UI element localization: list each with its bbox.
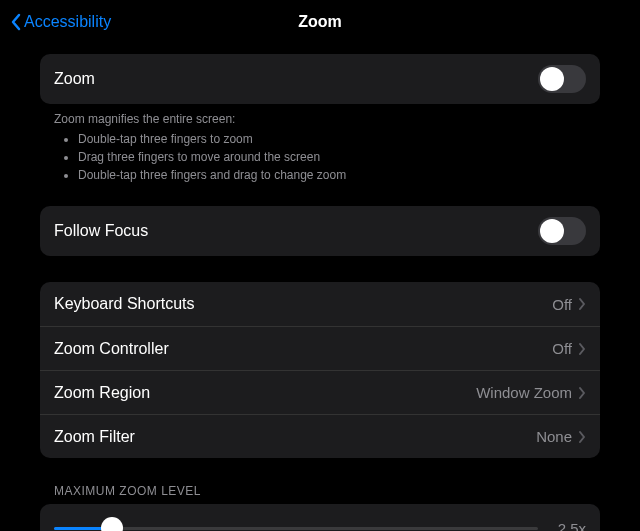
- row-label: Zoom Region: [54, 384, 150, 402]
- row-label: Keyboard Shortcuts: [54, 295, 195, 313]
- follow-focus-label: Follow Focus: [54, 222, 148, 240]
- max-zoom-slider-group: 2.5x: [40, 504, 600, 531]
- slider-thumb[interactable]: [101, 517, 123, 531]
- chevron-right-icon: [578, 342, 586, 356]
- max-zoom-value: 2.5x: [552, 520, 586, 532]
- back-button[interactable]: Accessibility: [10, 13, 111, 31]
- back-label: Accessibility: [24, 13, 111, 31]
- max-zoom-header: MAXIMUM ZOOM LEVEL: [40, 484, 600, 504]
- row-value: Off: [552, 340, 572, 357]
- zoom-toggle[interactable]: [538, 65, 586, 93]
- chevron-right-icon: [578, 297, 586, 311]
- follow-focus-group: Follow Focus: [40, 206, 600, 256]
- zoom-toggle-group: Zoom: [40, 54, 600, 104]
- nav-header: Accessibility Zoom: [0, 0, 640, 44]
- keyboard-shortcuts-row[interactable]: Keyboard Shortcuts Off: [40, 282, 600, 326]
- zoom-toggle-row: Zoom: [40, 54, 600, 104]
- zoom-region-row[interactable]: Zoom Region Window Zoom: [40, 370, 600, 414]
- chevron-right-icon: [578, 430, 586, 444]
- toggle-knob: [540, 219, 564, 243]
- zoom-help-text: Zoom magnifies the entire screen: Double…: [40, 104, 600, 184]
- zoom-help-bullet: Double-tap three fingers to zoom: [78, 130, 586, 148]
- max-zoom-slider[interactable]: [54, 516, 538, 531]
- zoom-filter-row[interactable]: Zoom Filter None: [40, 414, 600, 458]
- options-group: Keyboard Shortcuts Off Zoom Controller O…: [40, 282, 600, 458]
- zoom-controller-row[interactable]: Zoom Controller Off: [40, 326, 600, 370]
- row-label: Zoom Controller: [54, 340, 169, 358]
- follow-focus-row: Follow Focus: [40, 206, 600, 256]
- row-value: Off: [552, 296, 572, 313]
- chevron-right-icon: [578, 386, 586, 400]
- toggle-knob: [540, 67, 564, 91]
- row-label: Zoom Filter: [54, 428, 135, 446]
- zoom-toggle-label: Zoom: [54, 70, 95, 88]
- follow-focus-toggle[interactable]: [538, 217, 586, 245]
- slider-track: [54, 527, 538, 530]
- chevron-left-icon: [10, 13, 22, 31]
- row-value: Window Zoom: [476, 384, 572, 401]
- zoom-help-intro: Zoom magnifies the entire screen:: [54, 110, 586, 128]
- row-value: None: [536, 428, 572, 445]
- zoom-help-bullet: Double-tap three fingers and drag to cha…: [78, 166, 586, 184]
- zoom-help-bullet: Drag three fingers to move around the sc…: [78, 148, 586, 166]
